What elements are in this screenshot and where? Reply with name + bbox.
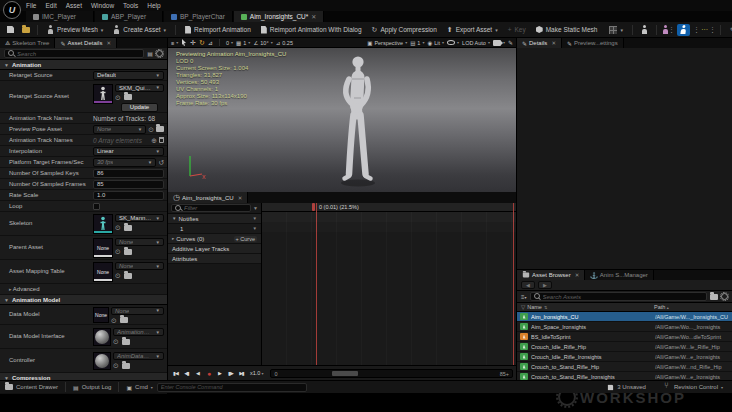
close-icon[interactable]: ✕ [238, 195, 243, 201]
use-selected-icon[interactable]: ⊙ [113, 338, 119, 345]
tab-imc-player[interactable]: IMC_Player [26, 11, 94, 22]
parent-asset-thumbnail[interactable]: None [93, 238, 113, 258]
skeleton-dropdown[interactable]: SK_Mannequin▼ [115, 214, 164, 222]
go-to-end-button[interactable]: ▶▮ [237, 368, 246, 379]
view-mode-dropdown[interactable]: ◉ Lit▾ [427, 40, 444, 46]
step-backward-button[interactable]: ◀▮ [182, 368, 191, 379]
track-options-icon[interactable]: ▼ [253, 226, 257, 231]
asset-mapping-thumbnail[interactable]: None [93, 262, 113, 282]
rate-scale-input[interactable]: 1.0 [93, 191, 164, 200]
go-to-front-button[interactable]: ▮◀ [171, 368, 180, 379]
menu-tools[interactable]: Tools [123, 2, 138, 9]
parent-asset-dropdown[interactable]: None▼ [115, 238, 164, 246]
options-dots-icon[interactable]: ⋮ [709, 26, 716, 34]
browse-icon[interactable] [124, 94, 132, 100]
step-forward-button[interactable]: ▮▶ [226, 368, 235, 379]
viewport-menu-button[interactable]: ≡▾ [171, 40, 178, 46]
camera-dropdown[interactable]: ▾ [493, 40, 505, 46]
show-flags-dropdown[interactable]: ▾ [447, 40, 459, 45]
tab-abp-player[interactable]: ABP_Player [95, 11, 163, 22]
rotation-snap-chip[interactable]: ∠ 10°▾ [253, 40, 272, 46]
revision-control-button[interactable]: Revision Control ▾ [664, 383, 723, 391]
controller-dropdown[interactable]: AnimDataController▼ [113, 352, 164, 360]
options-dots-icon[interactable]: ⋮ [693, 26, 700, 34]
track-notify-slot-1[interactable]: 1 ▼ [168, 224, 261, 234]
create-asset-button[interactable]: Create Asset▾ [109, 24, 170, 36]
output-log-button[interactable]: ▤ Output Log [73, 384, 111, 391]
timeline-filter-wrap[interactable] [171, 204, 251, 212]
unsaved-button[interactable]: 3 Unsaved [607, 384, 646, 391]
animation-mode-button[interactable] [677, 24, 690, 36]
3d-viewport[interactable]: Previewing Animation Aim_Ironsights_CU L… [168, 48, 516, 192]
timeline-range-scrollbar[interactable]: 0 85+ [270, 369, 513, 378]
pinned-commands-icon[interactable]: ✎ [508, 39, 513, 46]
grid-snap-chip[interactable]: ▦ 1▾ [236, 40, 250, 46]
timeline-filter-input[interactable] [184, 205, 247, 211]
menu-asset[interactable]: Asset [66, 2, 82, 9]
play-reverse-button[interactable]: ◀ [193, 368, 202, 379]
tab-bp-playerchar[interactable]: BP_PlayerChar [164, 11, 233, 22]
asset-mapping-dropdown[interactable]: None▼ [115, 262, 164, 270]
details-search-input-wrap[interactable] [4, 49, 144, 58]
preview-mesh-button[interactable]: Preview Mesh▾ [43, 24, 107, 36]
console-input[interactable] [161, 384, 303, 390]
export-asset-button[interactable]: ⬆Export Asset▾ [443, 24, 502, 36]
asset-row[interactable]: Crouch_Idle_Rifle_Ironsights /All/Game/W… [517, 352, 732, 362]
reset-icon[interactable]: ↺ [158, 159, 164, 166]
interpolation-dropdown[interactable]: Linear▼ [93, 147, 164, 156]
data-model-dropdown[interactable]: None▼ [111, 307, 164, 315]
browse-icon[interactable] [120, 317, 128, 323]
track-attributes[interactable]: Attributes [168, 254, 261, 264]
content-drawer-button[interactable]: Content Drawer [5, 384, 58, 390]
browse-icon[interactable] [122, 363, 130, 369]
use-selected-icon[interactable]: ⊙ [111, 317, 117, 324]
details-search-input[interactable] [17, 51, 140, 57]
tab-skeleton-tree[interactable]: ⟁ Skeleton Tree [0, 38, 55, 48]
notify-slot-lane[interactable] [262, 222, 516, 232]
asset-search-input[interactable] [543, 294, 703, 300]
funnel-icon[interactable]: ▽ [521, 304, 525, 310]
save-folder-icon[interactable] [710, 294, 718, 300]
preview-character-button[interactable]: ⋮ [662, 24, 675, 36]
tab-details[interactable]: ✎ Details ✕ [517, 38, 562, 48]
make-static-mesh-button[interactable]: Make Static Mesh [532, 24, 602, 36]
move-tool-icon[interactable]: ✛ [190, 39, 196, 47]
character-toggle-button[interactable] [638, 24, 651, 36]
asset-row[interactable]: Aim_Space_Ironsights /All/Game/Wo..._Iro… [517, 322, 732, 332]
interface-thumbnail[interactable] [93, 328, 111, 346]
asset-search-wrap[interactable] [530, 292, 707, 301]
data-model-interface-dropdown[interactable]: AnimationDataModelInterface▼ [113, 328, 164, 336]
use-selected-icon[interactable]: ⊙ [115, 94, 121, 101]
playback-speed-dropdown[interactable]: x1.0▾ [248, 370, 265, 376]
category-animation[interactable]: ▼Animation [0, 60, 167, 70]
browse-icon[interactable] [156, 126, 164, 132]
track-curves[interactable]: ▸ Curves (0) + Curve [168, 234, 261, 244]
expander-icon[interactable]: ▼ [172, 216, 176, 221]
forward-button[interactable]: ▶ [538, 281, 552, 289]
record-button[interactable]: ● [204, 368, 213, 379]
play-button[interactable]: ▶ [215, 368, 224, 379]
asset-row[interactable]: Crouch_to_Stand_Rifle_Hip /All/Game/W...… [517, 362, 732, 372]
settings-gear-icon[interactable] [721, 293, 728, 300]
loop-checkbox[interactable] [93, 203, 100, 210]
range-thumb[interactable] [332, 371, 358, 376]
asset-row[interactable]: Aim_Ironsights_CU /All/Game/W..._Ironsig… [517, 312, 732, 322]
use-selected-icon[interactable]: ⊙ [115, 248, 121, 255]
browse-icon[interactable] [122, 339, 130, 345]
skeleton-thumbnail[interactable] [93, 214, 113, 234]
cmd-dropdown[interactable]: ▣ Cmd ▾ [126, 384, 152, 391]
menu-help[interactable]: Help [147, 2, 160, 9]
scale-snap-chip[interactable]: ⊿ 0.25 [276, 40, 293, 46]
tab-preview-scene-settings[interactable]: ✎ Preview...ettings [562, 38, 624, 48]
retarget-source-dropdown[interactable]: Default▼ [93, 71, 164, 80]
retarget-source-asset-dropdown[interactable]: SKM_Quinn_Simple▼ [115, 84, 164, 92]
tab-anim-slot-manager[interactable]: ⚓ Anim S...Manager [585, 270, 654, 280]
back-button[interactable]: ◀ [521, 281, 535, 289]
add-key-button[interactable]: +Key [504, 24, 530, 36]
playhead-knob[interactable] [312, 203, 315, 211]
curve-debug-button[interactable]: ⋯⋮ [702, 24, 715, 36]
select-tool-icon[interactable] [181, 39, 187, 46]
close-icon[interactable]: ✕ [575, 272, 580, 278]
preview-lod-dropdown[interactable]: ▾ [605, 24, 627, 36]
menu-edit[interactable]: Edit [45, 2, 56, 9]
